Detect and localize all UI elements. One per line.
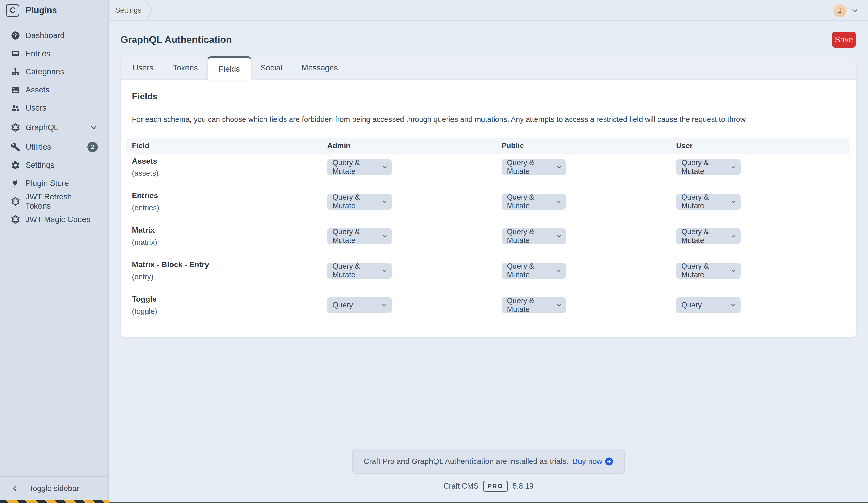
sidebar-item-label: Dashboard bbox=[25, 31, 64, 40]
arrow-right-circle-icon bbox=[605, 457, 613, 466]
admin-permission-select[interactable]: Query & Mutate bbox=[327, 193, 392, 210]
chevron-down-icon bbox=[90, 123, 98, 132]
chevron-down-icon bbox=[731, 164, 736, 170]
table-row: Matrix (matrix) Query & Mutate Query & M… bbox=[126, 223, 850, 249]
sidebar-item-categories[interactable]: Categories bbox=[0, 62, 108, 81]
graphql-icon bbox=[11, 123, 20, 132]
sidebar-item-graphql[interactable]: GraphQL bbox=[0, 118, 108, 137]
tab-tokens[interactable]: Tokens bbox=[163, 57, 208, 79]
sidebar-item-label: Users bbox=[25, 103, 46, 112]
select-value: Query & Mutate bbox=[681, 227, 731, 245]
settings-card: Users Tokens Fields Social Messages Fiel… bbox=[121, 57, 856, 337]
table-row: Toggle (toggle) Query Query & Mutate Que… bbox=[126, 292, 850, 318]
select-value: Query & Mutate bbox=[507, 296, 556, 314]
column-header-admin: Admin bbox=[327, 141, 502, 150]
buy-now-label: Buy now bbox=[572, 457, 602, 466]
admin-permission-select[interactable]: Query & Mutate bbox=[327, 228, 392, 244]
select-value: Query & Mutate bbox=[332, 158, 382, 176]
trial-hazard-stripe bbox=[0, 500, 109, 503]
chevron-down-icon bbox=[381, 302, 388, 308]
pro-edition-badge: PRO bbox=[483, 481, 508, 492]
select-value: Query & Mutate bbox=[681, 193, 731, 210]
select-value: Query & Mutate bbox=[681, 262, 731, 279]
sidebar-item-label: Settings bbox=[25, 161, 54, 170]
select-value: Query & Mutate bbox=[332, 193, 382, 210]
sidebar: C Plugins Dashboard Entries Categories bbox=[0, 0, 109, 503]
sidebar-item-dashboard[interactable]: Dashboard bbox=[0, 26, 108, 44]
tab-fields[interactable]: Fields bbox=[208, 57, 251, 80]
user-permission-select[interactable]: Query & Mutate bbox=[676, 263, 741, 279]
tab-messages[interactable]: Messages bbox=[292, 57, 348, 79]
public-permission-select[interactable]: Query & Mutate bbox=[502, 159, 566, 175]
column-header-public: Public bbox=[502, 141, 676, 150]
graphql-plugin-icon bbox=[11, 197, 20, 206]
select-value: Query & Mutate bbox=[507, 227, 556, 245]
chevron-down-icon bbox=[556, 233, 562, 239]
avatar: J bbox=[832, 3, 847, 18]
select-value: Query & Mutate bbox=[681, 158, 731, 176]
toggle-sidebar-label: Toggle sidebar bbox=[29, 484, 79, 493]
field-name: Matrix bbox=[126, 226, 327, 234]
admin-permission-select[interactable]: Query & Mutate bbox=[327, 263, 392, 279]
breadcrumb-chevron-icon bbox=[146, 0, 153, 21]
wrench-icon bbox=[11, 142, 20, 152]
chevron-down-icon bbox=[556, 302, 562, 308]
field-handle: (matrix) bbox=[126, 238, 327, 247]
field-name: Matrix - Block - Entry bbox=[126, 260, 327, 269]
sidebar-item-label: GraphQL bbox=[25, 123, 58, 132]
tab-social[interactable]: Social bbox=[251, 57, 292, 79]
plug-icon bbox=[11, 178, 20, 188]
chevron-down-icon bbox=[382, 233, 388, 239]
utilities-badge: 2 bbox=[87, 142, 98, 152]
chevron-down-icon bbox=[382, 268, 388, 274]
chevron-down-icon bbox=[731, 268, 736, 274]
user-permission-select[interactable]: Query & Mutate bbox=[676, 228, 741, 244]
public-permission-select[interactable]: Query & Mutate bbox=[502, 228, 566, 244]
sidebar-item-utilities[interactable]: Utilities 2 bbox=[0, 138, 108, 156]
field-handle: (assets) bbox=[126, 169, 327, 178]
craft-logo-letter: C bbox=[10, 6, 15, 15]
public-permission-select[interactable]: Query & Mutate bbox=[502, 263, 566, 279]
table-row: Assets (assets) Query & Mutate Query & M… bbox=[126, 154, 850, 180]
user-permission-select[interactable]: Query bbox=[676, 297, 741, 313]
users-icon bbox=[11, 103, 20, 113]
field-cell: Toggle (toggle) bbox=[126, 295, 327, 316]
public-permission-select[interactable]: Query & Mutate bbox=[502, 297, 566, 313]
sidebar-item-assets[interactable]: Assets bbox=[0, 81, 108, 99]
field-name: Entries bbox=[126, 191, 327, 200]
user-permission-select[interactable]: Query & Mutate bbox=[676, 193, 741, 210]
sidebar-item-entries[interactable]: Entries bbox=[0, 44, 108, 62]
field-cell: Matrix - Block - Entry (entry) bbox=[126, 260, 327, 281]
public-permission-select[interactable]: Query & Mutate bbox=[502, 193, 566, 210]
tab-users[interactable]: Users bbox=[123, 57, 163, 79]
admin-permission-select[interactable]: Query bbox=[327, 297, 392, 313]
chevron-down-icon bbox=[731, 198, 736, 205]
field-handle: (entries) bbox=[126, 203, 327, 212]
admin-permission-select[interactable]: Query & Mutate bbox=[327, 159, 392, 175]
sidebar-item-plugin-store[interactable]: Plugin Store bbox=[0, 174, 108, 192]
craft-logo-icon[interactable]: C bbox=[6, 4, 19, 17]
craft-cms-link[interactable]: Craft CMS bbox=[444, 482, 479, 491]
field-name: Assets bbox=[126, 157, 327, 165]
buy-now-link[interactable]: Buy now bbox=[572, 457, 613, 466]
field-name: Toggle bbox=[126, 295, 327, 304]
save-button[interactable]: Save bbox=[832, 32, 856, 48]
user-permission-select[interactable]: Query & Mutate bbox=[676, 159, 741, 175]
topbar: Settings J bbox=[109, 0, 868, 21]
gear-icon bbox=[11, 160, 20, 170]
image-icon bbox=[11, 85, 20, 94]
breadcrumb-settings[interactable]: Settings bbox=[115, 6, 141, 14]
select-value: Query & Mutate bbox=[507, 193, 556, 210]
sidebar-item-jwt-magic-codes[interactable]: JWT Magic Codes bbox=[0, 210, 108, 228]
column-header-field: Field bbox=[126, 141, 327, 150]
sidebar-item-label: Categories bbox=[25, 67, 64, 76]
sidebar-nav: Dashboard Entries Categories Assets User… bbox=[0, 21, 108, 228]
select-value: Query & Mutate bbox=[332, 262, 382, 279]
toggle-sidebar-button[interactable]: Toggle sidebar bbox=[0, 476, 108, 500]
sidebar-item-label: JWT Magic Codes bbox=[25, 215, 90, 224]
sidebar-item-users[interactable]: Users bbox=[0, 99, 108, 117]
sidebar-item-settings[interactable]: Settings bbox=[0, 156, 108, 174]
trial-notice-text: Craft Pro and GraphQL Authentication are… bbox=[364, 457, 568, 466]
account-menu[interactable]: J bbox=[832, 0, 859, 21]
sidebar-item-jwt-refresh-tokens[interactable]: JWT Refresh Tokens bbox=[0, 192, 108, 210]
